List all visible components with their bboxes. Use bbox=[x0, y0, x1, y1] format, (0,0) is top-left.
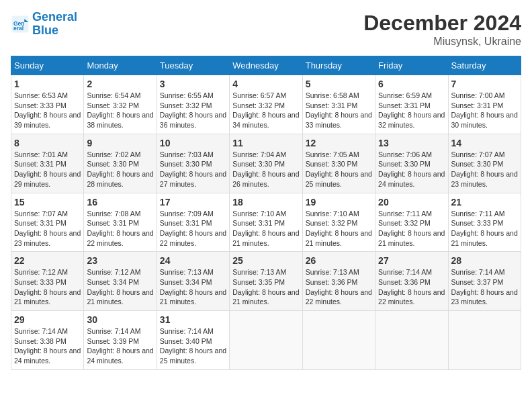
calendar-cell: 18Sunrise: 7:10 AMSunset: 3:31 PMDayligh… bbox=[230, 193, 302, 252]
day-info: Sunrise: 7:10 AMSunset: 3:32 PMDaylight:… bbox=[306, 209, 372, 248]
day-info: Sunrise: 7:07 AMSunset: 3:31 PMDaylight:… bbox=[14, 209, 81, 248]
day-info: Sunrise: 6:53 AMSunset: 3:33 PMDaylight:… bbox=[14, 91, 81, 130]
day-info: Sunrise: 7:13 AMSunset: 3:35 PMDaylight:… bbox=[232, 267, 299, 307]
day-number: 17 bbox=[160, 197, 226, 208]
calendar-table: SundayMondayTuesdayWednesdayThursdayFrid… bbox=[11, 56, 521, 370]
day-info: Sunrise: 7:06 AMSunset: 3:30 PMDaylight:… bbox=[378, 150, 445, 189]
day-info: Sunrise: 7:09 AMSunset: 3:31 PMDaylight:… bbox=[160, 209, 226, 248]
day-number: 10 bbox=[160, 138, 226, 148]
calendar-cell: 19Sunrise: 7:10 AMSunset: 3:32 PMDayligh… bbox=[302, 193, 375, 252]
day-number: 7 bbox=[451, 79, 518, 89]
calendar-cell: 1Sunrise: 6:53 AMSunset: 3:33 PMDaylight… bbox=[11, 75, 84, 134]
calendar-cell: 20Sunrise: 7:11 AMSunset: 3:32 PMDayligh… bbox=[375, 193, 448, 252]
calendar-cell: 13Sunrise: 7:06 AMSunset: 3:30 PMDayligh… bbox=[375, 134, 448, 193]
day-number: 28 bbox=[451, 255, 518, 266]
day-number: 12 bbox=[306, 138, 372, 148]
day-number: 22 bbox=[14, 255, 81, 266]
day-info: Sunrise: 7:03 AMSunset: 3:30 PMDaylight:… bbox=[160, 150, 226, 189]
calendar-header-row: SundayMondayTuesdayWednesdayThursdayFrid… bbox=[11, 56, 521, 75]
calendar-cell: 3Sunrise: 6:55 AMSunset: 3:32 PMDaylight… bbox=[157, 75, 229, 134]
day-info: Sunrise: 7:11 AMSunset: 3:32 PMDaylight:… bbox=[378, 209, 445, 248]
calendar-week-row: 15Sunrise: 7:07 AMSunset: 3:31 PMDayligh… bbox=[11, 193, 521, 252]
day-number: 26 bbox=[306, 255, 372, 266]
calendar-cell: 31Sunrise: 7:14 AMSunset: 3:40 PMDayligh… bbox=[157, 311, 229, 370]
calendar-cell: 11Sunrise: 7:04 AMSunset: 3:30 PMDayligh… bbox=[230, 134, 302, 193]
day-number: 4 bbox=[232, 79, 299, 89]
day-info: Sunrise: 7:05 AMSunset: 3:30 PMDaylight:… bbox=[306, 150, 372, 189]
calendar-cell: 10Sunrise: 7:03 AMSunset: 3:30 PMDayligh… bbox=[157, 134, 229, 193]
calendar-cell bbox=[375, 311, 448, 370]
day-info: Sunrise: 7:08 AMSunset: 3:31 PMDaylight:… bbox=[87, 209, 153, 248]
calendar-cell: 29Sunrise: 7:14 AMSunset: 3:38 PMDayligh… bbox=[11, 311, 84, 370]
day-number: 2 bbox=[87, 79, 153, 89]
day-number: 14 bbox=[451, 138, 518, 148]
day-number: 1 bbox=[14, 79, 81, 89]
calendar-cell: 4Sunrise: 6:57 AMSunset: 3:32 PMDaylight… bbox=[230, 75, 302, 134]
calendar-week-row: 1Sunrise: 6:53 AMSunset: 3:33 PMDaylight… bbox=[11, 75, 521, 134]
calendar-cell: 12Sunrise: 7:05 AMSunset: 3:30 PMDayligh… bbox=[302, 134, 375, 193]
day-number: 19 bbox=[306, 197, 372, 208]
day-info: Sunrise: 7:14 AMSunset: 3:36 PMDaylight:… bbox=[378, 267, 445, 307]
calendar-cell: 7Sunrise: 7:00 AMSunset: 3:31 PMDaylight… bbox=[448, 75, 521, 134]
day-info: Sunrise: 7:01 AMSunset: 3:31 PMDaylight:… bbox=[14, 150, 81, 189]
month-title: December 2024 bbox=[363, 11, 521, 36]
day-number: 3 bbox=[160, 79, 226, 89]
calendar-cell bbox=[230, 311, 302, 370]
day-info: Sunrise: 7:12 AMSunset: 3:33 PMDaylight:… bbox=[14, 267, 81, 307]
calendar-cell: 30Sunrise: 7:14 AMSunset: 3:39 PMDayligh… bbox=[84, 311, 157, 370]
logo-text: General Blue bbox=[32, 11, 77, 38]
day-number: 6 bbox=[378, 79, 445, 89]
day-info: Sunrise: 7:14 AMSunset: 3:38 PMDaylight:… bbox=[14, 326, 81, 366]
day-info: Sunrise: 6:58 AMSunset: 3:31 PMDaylight:… bbox=[306, 91, 372, 130]
calendar-cell bbox=[448, 311, 521, 370]
day-info: Sunrise: 6:54 AMSunset: 3:32 PMDaylight:… bbox=[87, 91, 153, 130]
calendar-cell: 15Sunrise: 7:07 AMSunset: 3:31 PMDayligh… bbox=[11, 193, 84, 252]
logo: Gen eral General Blue bbox=[11, 11, 77, 38]
day-number: 20 bbox=[378, 197, 445, 208]
day-info: Sunrise: 7:10 AMSunset: 3:31 PMDaylight:… bbox=[232, 209, 299, 248]
calendar-cell: 8Sunrise: 7:01 AMSunset: 3:31 PMDaylight… bbox=[11, 134, 84, 193]
day-info: Sunrise: 7:11 AMSunset: 3:33 PMDaylight:… bbox=[451, 209, 518, 248]
calendar-header-friday: Friday bbox=[375, 56, 448, 75]
calendar-cell: 6Sunrise: 6:59 AMSunset: 3:31 PMDaylight… bbox=[375, 75, 448, 134]
day-info: Sunrise: 7:14 AMSunset: 3:37 PMDaylight:… bbox=[451, 267, 518, 307]
calendar-header-wednesday: Wednesday bbox=[230, 56, 302, 75]
calendar-cell: 25Sunrise: 7:13 AMSunset: 3:35 PMDayligh… bbox=[230, 252, 302, 311]
day-number: 25 bbox=[232, 255, 299, 266]
day-info: Sunrise: 7:13 AMSunset: 3:36 PMDaylight:… bbox=[306, 267, 372, 307]
day-number: 5 bbox=[306, 79, 372, 89]
calendar-cell: 24Sunrise: 7:13 AMSunset: 3:34 PMDayligh… bbox=[157, 252, 229, 311]
calendar-cell: 27Sunrise: 7:14 AMSunset: 3:36 PMDayligh… bbox=[375, 252, 448, 311]
svg-text:eral: eral bbox=[13, 25, 24, 32]
day-number: 21 bbox=[451, 197, 518, 208]
day-number: 27 bbox=[378, 255, 445, 266]
calendar-cell: 5Sunrise: 6:58 AMSunset: 3:31 PMDaylight… bbox=[302, 75, 375, 134]
location-title: Miusynsk, Ukraine bbox=[363, 36, 521, 48]
day-info: Sunrise: 6:57 AMSunset: 3:32 PMDaylight:… bbox=[232, 91, 299, 130]
calendar-cell: 21Sunrise: 7:11 AMSunset: 3:33 PMDayligh… bbox=[448, 193, 521, 252]
calendar-cell: 14Sunrise: 7:07 AMSunset: 3:30 PMDayligh… bbox=[448, 134, 521, 193]
calendar-header-thursday: Thursday bbox=[302, 56, 375, 75]
day-number: 18 bbox=[232, 197, 299, 208]
calendar-cell bbox=[302, 311, 375, 370]
day-number: 11 bbox=[232, 138, 299, 148]
day-info: Sunrise: 7:13 AMSunset: 3:34 PMDaylight:… bbox=[160, 267, 226, 307]
day-info: Sunrise: 7:12 AMSunset: 3:34 PMDaylight:… bbox=[87, 267, 153, 307]
calendar-cell: 22Sunrise: 7:12 AMSunset: 3:33 PMDayligh… bbox=[11, 252, 84, 311]
day-number: 30 bbox=[87, 314, 153, 325]
day-info: Sunrise: 7:04 AMSunset: 3:30 PMDaylight:… bbox=[232, 150, 299, 189]
page-header: Gen eral General Blue December 2024 Mius… bbox=[11, 11, 521, 48]
day-number: 8 bbox=[14, 138, 81, 148]
day-info: Sunrise: 7:14 AMSunset: 3:40 PMDaylight:… bbox=[160, 326, 226, 366]
day-number: 15 bbox=[14, 197, 81, 208]
day-info: Sunrise: 7:02 AMSunset: 3:30 PMDaylight:… bbox=[87, 150, 153, 189]
calendar-cell: 26Sunrise: 7:13 AMSunset: 3:36 PMDayligh… bbox=[302, 252, 375, 311]
calendar-header-sunday: Sunday bbox=[11, 56, 84, 75]
calendar-cell: 9Sunrise: 7:02 AMSunset: 3:30 PMDaylight… bbox=[84, 134, 157, 193]
day-number: 13 bbox=[378, 138, 445, 148]
day-info: Sunrise: 6:55 AMSunset: 3:32 PMDaylight:… bbox=[160, 91, 226, 130]
day-number: 24 bbox=[160, 255, 226, 266]
calendar-header-saturday: Saturday bbox=[448, 56, 521, 75]
calendar-cell: 2Sunrise: 6:54 AMSunset: 3:32 PMDaylight… bbox=[84, 75, 157, 134]
calendar-cell: 16Sunrise: 7:08 AMSunset: 3:31 PMDayligh… bbox=[84, 193, 157, 252]
